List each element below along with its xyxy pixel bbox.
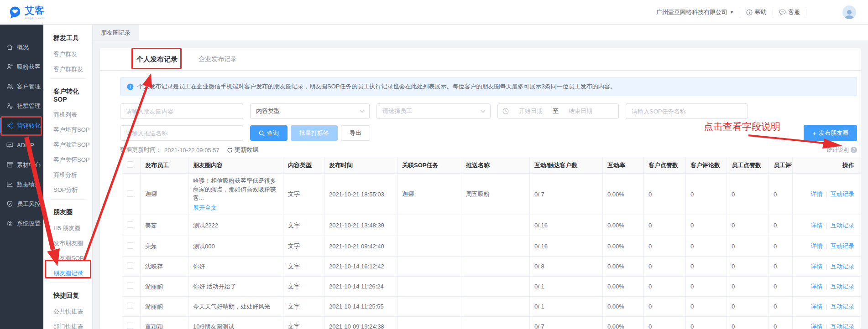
detail-link[interactable]: 详情 (811, 283, 823, 290)
search-button[interactable]: 查询 (250, 125, 288, 141)
sidebar-item-label: 系统设置 (17, 220, 41, 228)
company-dropdown[interactable]: 广州壹豆网络科技有限公司 ▼ (656, 8, 734, 16)
submenu-item[interactable]: SOP分析 (43, 182, 92, 197)
detail-link[interactable]: 详情 (811, 303, 823, 310)
select-all-checkbox[interactable] (127, 161, 133, 168)
interaction-record-link[interactable]: 互动记录 (831, 263, 854, 270)
interaction-record-link[interactable]: 互动记录 (831, 190, 854, 197)
sop-task-name-input[interactable] (626, 103, 748, 119)
submenu-item[interactable]: 客户群发 (43, 46, 92, 62)
submenu-item[interactable]: 客户激活SOP (43, 137, 92, 152)
user-avatar[interactable] (842, 5, 856, 19)
divider: | (826, 283, 827, 290)
reach-cell: 0/ 16 (530, 215, 603, 236)
staff-cell: 游丽娴 (141, 277, 188, 297)
top-bar: 艾客 aiagain.com 广州壹豆网络科技有限公司 ▼ 帮助 客服 (0, 0, 868, 25)
sidebar-item-10[interactable]: 系统设置 (0, 214, 43, 233)
tab-personal-records[interactable]: 个人发布记录 (136, 55, 178, 64)
divider: | (826, 242, 827, 249)
detail-link[interactable]: 详情 (811, 263, 823, 270)
row-checkbox[interactable] (127, 190, 133, 197)
sidebar-item-3[interactable]: 客户管理 (0, 77, 43, 96)
submenu-item[interactable]: 商机列表 (43, 107, 92, 122)
row-checkbox[interactable] (127, 303, 133, 309)
push-name-cell: 周五吸粉 (461, 174, 530, 215)
customer-likes-cell: 0 (644, 236, 686, 257)
actions-cell: 详情|互动记录 (793, 215, 861, 236)
batch-tag-button[interactable]: 批量打标签 (291, 125, 338, 141)
customer-service-button[interactable]: 客服 (779, 8, 800, 16)
table-row: 沈映存你好文字2021-10-14 16:12:420/ 80.00%0000详… (122, 257, 861, 277)
stats-explanation-link[interactable]: 统计说明 ? (827, 146, 857, 154)
moment-content-input[interactable] (120, 103, 243, 119)
staff-cell: 沈映存 (141, 257, 188, 277)
page-tab-bar: 朋友圈记录 (93, 25, 868, 41)
row-checkbox[interactable] (127, 221, 133, 228)
submenu-item[interactable]: 部门快捷语 (43, 319, 92, 329)
divider (50, 78, 86, 79)
sidebar-item-9[interactable]: 员工风控 (0, 194, 43, 214)
push-name-input[interactable] (120, 125, 243, 141)
staff-comments-cell: 0 (769, 297, 793, 317)
help-circle-icon (746, 9, 753, 15)
divider: | (826, 222, 827, 229)
interaction-record-link[interactable]: 互动记录 (831, 222, 854, 229)
content-type-select[interactable]: 内容类型 (250, 103, 370, 119)
submenu-item[interactable]: 客户群群发 (43, 62, 92, 77)
sidebar-item-6[interactable]: ADMP (0, 135, 43, 155)
row-checkbox[interactable] (127, 242, 133, 249)
publish-moment-button[interactable]: + 发布朋友圈 (804, 125, 857, 141)
date-range-picker[interactable]: 开始日期 至 结束日期 (497, 103, 619, 119)
help-button[interactable]: 帮助 (746, 8, 767, 16)
expand-full-text-link[interactable]: 展开全文 (193, 203, 278, 212)
sidebar-item-1[interactable]: 概况 (0, 37, 43, 57)
sidebar-item-4[interactable]: 社群管理 (0, 96, 43, 116)
divider (773, 9, 773, 15)
submenu-item[interactable]: 客户培育SOP (43, 122, 92, 137)
divider: | (826, 303, 827, 310)
submenu-item[interactable]: 朋友圈SOP (43, 251, 92, 266)
detail-link[interactable]: 详情 (811, 242, 823, 249)
detail-link[interactable]: 详情 (811, 323, 823, 329)
sidebar-item-8[interactable]: 数据绩效 (0, 175, 43, 194)
sidebar-item-2[interactable]: 吸粉获客 (0, 57, 43, 77)
submenu-item[interactable]: H5 朋友圈 (43, 221, 92, 236)
sidebar-item-7[interactable]: 素材中心 (0, 155, 43, 175)
interaction-record-link[interactable]: 互动记录 (831, 283, 854, 290)
interaction-record-link[interactable]: 互动记录 (831, 323, 854, 329)
row-checkbox[interactable] (127, 323, 133, 329)
info-banner-text: 个人发布记录是员工在企业微信手机端对客户发布的朋友圈记录，朋友圈SOP任务的员工… (137, 82, 616, 91)
submenu-item[interactable]: 发布朋友圈 (43, 236, 92, 251)
tabs-header: 个人发布记录 企业发布记录 (100, 48, 861, 71)
chevron-down-icon (481, 110, 486, 113)
page-tab-moments-record[interactable]: 朋友圈记录 (93, 25, 139, 41)
interaction-record-link[interactable]: 互动记录 (831, 242, 854, 249)
reach-cell: 0/ 8 (530, 257, 603, 277)
sidebar-item-label: 数据绩效 (17, 180, 41, 189)
export-button[interactable]: 导出 (341, 125, 370, 141)
staff-comments-cell: 0 (769, 277, 793, 297)
row-checkbox[interactable] (127, 262, 133, 269)
detail-link[interactable]: 详情 (811, 190, 823, 197)
refresh-data-button[interactable]: 更新数据 (227, 146, 258, 154)
push-name-cell (461, 257, 530, 277)
submenu-item[interactable]: 客户关怀SOP (43, 152, 92, 167)
main-card: 个人发布记录 企业发布记录 个人发布记录是员工在企业微信手机端对客户发布的朋友圈… (100, 48, 861, 329)
staff-select[interactable]: 请选择员工 (376, 103, 491, 119)
interaction-record-link[interactable]: 互动记录 (831, 303, 854, 310)
user-plus-icon (6, 63, 14, 71)
submenu-item[interactable]: 朋友圈记录 (43, 266, 92, 281)
tab-enterprise-records[interactable]: 企业发布记录 (199, 55, 237, 63)
sidebar-item-label: 员工风控 (17, 200, 41, 208)
submenu-item[interactable]: 公共快捷语 (43, 304, 92, 319)
column-header: 内容类型 (283, 157, 324, 174)
type-cell: 文字 (283, 317, 324, 329)
content-cell: 你好 (188, 257, 283, 277)
row-checkbox[interactable] (127, 283, 133, 289)
secondary-sidebar: 群发工具客户群发客户群群发客户转化SOP商机列表客户培育SOP客户激活SOP客户… (43, 25, 93, 329)
submenu-item[interactable]: 商机分析 (43, 167, 92, 182)
detail-link[interactable]: 详情 (811, 222, 823, 229)
content-cell: 10/9朋友圈测试 (188, 317, 283, 329)
sidebar-item-5[interactable]: 营销转化 (0, 116, 43, 135)
customer-likes-cell: 0 (644, 317, 686, 329)
